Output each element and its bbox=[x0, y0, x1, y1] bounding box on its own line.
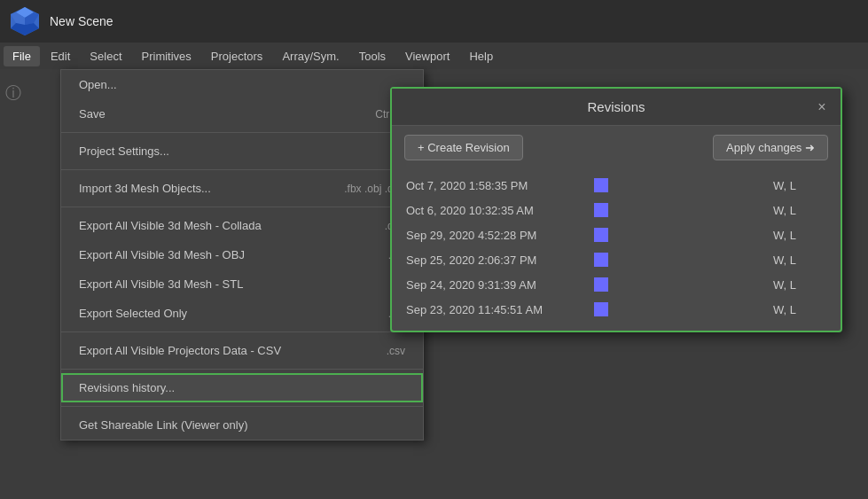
revision-row[interactable]: Oct 7, 2020 1:58:35 PMW, L bbox=[392, 173, 841, 198]
menu-save[interactable]: Save Ctrl+S bbox=[61, 99, 423, 129]
file-menu-dropdown: Open... Save Ctrl+S Project Settings... … bbox=[60, 69, 424, 441]
revisions-header: Revisions × bbox=[392, 89, 841, 126]
main-content: ⓘ Open... Save Ctrl+S Project Settings..… bbox=[0, 69, 868, 499]
app-title: New Scene bbox=[50, 14, 113, 28]
menu-item-help[interactable]: Help bbox=[460, 46, 502, 66]
revision-row[interactable]: Sep 24, 2020 9:31:39 AMW, L bbox=[392, 272, 841, 297]
revision-row[interactable]: Sep 25, 2020 2:06:37 PMW, L bbox=[392, 247, 841, 272]
menu-item-select[interactable]: Select bbox=[81, 46, 130, 66]
apply-changes-button[interactable]: Apply changes ➜ bbox=[713, 135, 828, 160]
menu-export-collada[interactable]: Export All Visible 3d Mesh - Collada .da… bbox=[61, 211, 423, 240]
menu-item-projectors[interactable]: Projectors bbox=[202, 46, 272, 66]
menu-export-csv[interactable]: Export All Visible Projectors Data - CSV… bbox=[61, 336, 423, 365]
menu-revisions-history[interactable]: Revisions history... bbox=[61, 373, 423, 402]
menu-item-file[interactable]: File bbox=[4, 46, 40, 66]
revision-row[interactable]: Oct 6, 2020 10:32:35 AMW, L bbox=[392, 198, 841, 222]
menu-open[interactable]: Open... bbox=[61, 70, 423, 99]
menu-item-arraysym[interactable]: Array/Sym. bbox=[273, 46, 348, 66]
separator-1 bbox=[61, 132, 423, 133]
menu-item-viewport[interactable]: Viewport bbox=[396, 46, 458, 66]
svg-marker-4 bbox=[11, 23, 39, 35]
separator-6 bbox=[61, 406, 423, 407]
menu-project-settings[interactable]: Project Settings... bbox=[61, 136, 423, 166]
separator-5 bbox=[61, 369, 423, 370]
revision-icon bbox=[594, 178, 608, 192]
revisions-panel: Revisions × + Create Revision Apply chan… bbox=[390, 87, 842, 332]
menu-item-tools[interactable]: Tools bbox=[350, 46, 395, 66]
separator-4 bbox=[61, 331, 423, 332]
revision-icon bbox=[594, 253, 608, 267]
app-logo bbox=[9, 5, 41, 37]
separator-3 bbox=[61, 207, 423, 207]
menu-export-selected[interactable]: Export Selected Only .obj bbox=[61, 299, 423, 328]
separator-2 bbox=[61, 169, 423, 170]
titlebar: New Scene bbox=[0, 0, 868, 43]
menu-item-primitives[interactable]: Primitives bbox=[133, 46, 200, 66]
revisions-title: Revisions bbox=[587, 99, 645, 114]
menu-export-stl[interactable]: Export All Visible 3d Mesh - STL .stl bbox=[61, 269, 423, 299]
menubar: File Edit Select Primitives Projectors A… bbox=[0, 43, 868, 69]
left-panel-icon: ⓘ bbox=[0, 69, 27, 499]
revision-icon bbox=[594, 228, 608, 242]
revision-icon bbox=[594, 277, 608, 292]
revision-icon bbox=[594, 302, 608, 316]
menu-import-3d[interactable]: Import 3d Mesh Objects... .fbx .obj .dae bbox=[61, 174, 423, 203]
menu-item-edit[interactable]: Edit bbox=[42, 46, 79, 66]
revisions-close-button[interactable]: × bbox=[812, 97, 832, 117]
create-revision-button[interactable]: + Create Revision bbox=[404, 135, 523, 160]
menu-shareable-link[interactable]: Get Shareable Link (Viewer only) bbox=[61, 410, 423, 440]
revisions-toolbar: + Create Revision Apply changes ➜ bbox=[392, 126, 841, 169]
revisions-list: Oct 7, 2020 1:58:35 PMW, LOct 6, 2020 10… bbox=[392, 169, 841, 331]
revision-row[interactable]: Sep 23, 2020 11:45:51 AMW, L bbox=[392, 297, 841, 322]
menu-export-obj[interactable]: Export All Visible 3d Mesh - OBJ .obj bbox=[61, 240, 423, 269]
info-icon: ⓘ bbox=[5, 82, 21, 499]
revision-row[interactable]: Sep 29, 2020 4:52:28 PMW, L bbox=[392, 222, 841, 247]
revision-icon bbox=[594, 203, 608, 217]
